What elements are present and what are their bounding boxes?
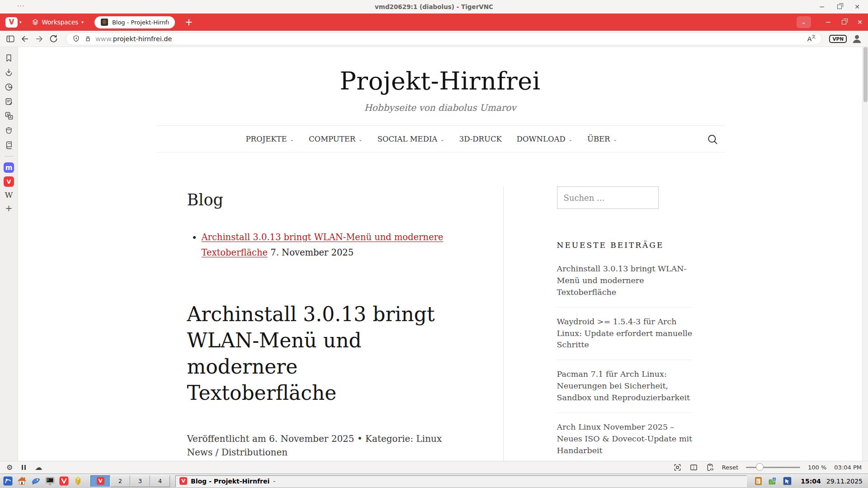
vnc-minimize-button[interactable]: − — [819, 4, 825, 10]
browser-minimize-button[interactable]: − — [826, 19, 831, 26]
task-title-suffix: - — [273, 478, 275, 485]
status-settings-icon[interactable]: ⚙ — [6, 463, 13, 472]
page-scrollbar[interactable] — [862, 47, 868, 461]
panel-toggle-button[interactable] — [5, 34, 15, 44]
vivaldi-menu-button[interactable]: V ▾ — [5, 17, 22, 28]
sidebar-post-link[interactable]: Arch Linux November 2025 – Neues ISO & D… — [557, 413, 693, 461]
screen: ... vmd20629:1 (diabolus) - TigerVNC − ✕… — [0, 0, 868, 488]
browser-main-area: A m V W + Projekt-Hirnfrei Hobbyseite vo… — [0, 47, 868, 461]
taskbar-task-button[interactable]: V Blog - Projekt-Hirnfrei - — [175, 475, 747, 487]
nav-item-3d-druck[interactable]: 3D-DRUCK — [459, 135, 502, 143]
workspace-3-button[interactable]: 3 — [130, 475, 150, 487]
article-title: Archinstall 3.0.13 bringt WLAN-Menü und … — [187, 301, 447, 406]
tracker-shield-icon[interactable] — [72, 34, 80, 43]
nav-item-projekte[interactable]: PROJEKTE⌄ — [246, 135, 294, 143]
layers-icon — [32, 19, 39, 26]
workspace-2-button[interactable]: 2 — [110, 475, 130, 487]
workspace-pager: V 2 3 4 — [90, 475, 170, 487]
home-folder-icon[interactable] — [16, 475, 28, 487]
nav-item-computer[interactable]: COMPUTER⌄ — [309, 135, 363, 143]
vnc-titlebar: ... vmd20629:1 (diabolus) - TigerVNC − ✕ — [0, 0, 868, 14]
capture-page-icon[interactable] — [673, 463, 682, 472]
browser-close-button[interactable]: ✕ — [857, 19, 863, 25]
search-icon — [707, 133, 719, 146]
list-item: Archinstall 3.0.13 bringt WLAN-Menü und … — [202, 230, 446, 261]
translate-page-icon[interactable]: A文 — [807, 35, 816, 43]
forward-button[interactable] — [34, 34, 44, 44]
url-text: www.projekt-hirnfrei.de — [95, 35, 172, 43]
workspaces-button[interactable]: Workspaces ▾ — [32, 19, 84, 26]
workspace-1-button[interactable]: V — [90, 475, 110, 487]
vpn-badge[interactable]: VPN — [829, 35, 847, 43]
sidebar-search-input[interactable] — [557, 186, 659, 209]
sidebar-post-link[interactable]: Archinstall 3.0.13 bringt WLAN-Menü und … — [557, 260, 693, 308]
side-panel-bar: A m V W + — [0, 47, 18, 461]
vnc-window-title: vmd20629:1 (diabolus) - TigerVNC — [375, 3, 493, 10]
app-launcher-icon[interactable] — [30, 475, 42, 487]
package-icon[interactable] — [72, 475, 84, 487]
notes-panel-icon[interactable] — [4, 96, 14, 107]
vnc-maximize-button[interactable] — [837, 5, 842, 9]
new-tab-button[interactable]: + — [185, 17, 193, 28]
chevron-down-icon: ▾ — [81, 20, 84, 24]
terminal-icon[interactable] — [44, 475, 56, 487]
downloads-panel-icon[interactable] — [4, 67, 14, 78]
zoom-reset-button[interactable]: Reset — [722, 464, 738, 471]
nav-item-ueber[interactable]: ÜBER⌄ — [587, 135, 617, 143]
vivaldi-launcher-icon[interactable] — [58, 475, 70, 487]
clipboard-tray-icon[interactable]: t — [752, 475, 764, 487]
chevron-down-icon: ▾ — [19, 20, 22, 24]
blog-heading: Blog — [187, 191, 503, 209]
vivaldi-webpanel-icon[interactable]: V — [4, 176, 14, 187]
profile-avatar[interactable] — [851, 33, 863, 44]
zoom-slider[interactable] — [746, 467, 800, 468]
tab-stack-chevron-button[interactable]: ⌄ — [797, 16, 811, 28]
wikipedia-webpanel-icon[interactable]: W — [5, 190, 13, 199]
site-search-button[interactable] — [707, 133, 719, 147]
vnc-close-button[interactable]: ✕ — [854, 4, 860, 10]
nav-item-social-media[interactable]: SOCIAL MEDIA⌄ — [377, 135, 444, 143]
vnc-menu-dots-icon[interactable]: ... — [17, 0, 24, 8]
sidebar-post-link[interactable]: Pacman 7.1 für Arch Linux: Neuerungen be… — [557, 360, 693, 413]
bookmarks-panel-icon[interactable] — [4, 52, 14, 63]
reload-button[interactable] — [49, 34, 58, 43]
zoom-slider-thumb[interactable] — [756, 463, 764, 471]
network-tray-icon[interactable] — [767, 475, 779, 487]
post-date: 7. November 2025 — [268, 247, 354, 258]
page-actions-icon[interactable] — [706, 463, 714, 472]
pointer-tray-icon[interactable] — [781, 475, 793, 487]
url-field[interactable]: www.projekt-hirnfrei.de A文 — [66, 33, 822, 45]
vivaldi-logo-icon: V — [5, 17, 18, 28]
vivaldi-mini-icon: V — [97, 477, 104, 485]
system-tray: t — [752, 475, 793, 487]
status-clock[interactable]: 03:04 PM — [834, 464, 862, 471]
site-title[interactable]: Projekt-Hirnfrei — [156, 67, 725, 95]
add-webpanel-button[interactable]: + — [5, 203, 13, 213]
nav-item-download[interactable]: DOWNLOAD⌄ — [517, 135, 572, 143]
active-tab[interactable]: Blog - Projekt-Hirnfrei — [94, 16, 175, 28]
sessions-panel-icon[interactable] — [4, 125, 14, 136]
workspace-4-button[interactable]: 4 — [150, 475, 170, 487]
translate-panel-icon[interactable]: A — [4, 110, 14, 121]
web-page: Projekt-Hirnfrei Hobbyseite von diabolus… — [18, 47, 862, 461]
reading-list-panel-icon[interactable] — [4, 139, 14, 150]
page-sidebar: NEUESTE BEITRÄGE Archinstall 3.0.13 brin… — [557, 186, 698, 461]
chevron-down-icon: ⌄ — [613, 137, 617, 142]
history-panel-icon[interactable] — [4, 81, 14, 92]
page-content: Blog Archinstall 3.0.13 bringt WLAN-Menü… — [156, 186, 725, 461]
lock-icon[interactable] — [84, 35, 92, 43]
mastodon-webpanel-icon[interactable]: m — [4, 162, 14, 173]
sidebar-post-link[interactable]: Waydroid >= 1.5.4-3 für Arch Linux: Upda… — [557, 308, 693, 360]
article-meta: Veröffentlicht am 6. November 2025 • Kat… — [187, 432, 467, 459]
site-tagline: Hobbyseite von diabolus Umarov — [156, 102, 725, 113]
break-mode-icon[interactable] — [22, 465, 26, 470]
start-menu-icon[interactable] — [2, 475, 14, 487]
scrollbar-thumb[interactable] — [863, 47, 868, 102]
browser-status-bar: ⚙ ☁ Reset 100 % 03:04 PM — [0, 461, 868, 474]
tiling-icon[interactable] — [689, 463, 698, 472]
browser-maximize-button[interactable] — [842, 20, 846, 24]
zoom-level: 100 % — [808, 464, 826, 471]
vivaldi-mini-icon: V — [179, 477, 187, 485]
back-button[interactable] — [20, 34, 30, 44]
sync-cloud-icon[interactable]: ☁ — [35, 463, 42, 472]
